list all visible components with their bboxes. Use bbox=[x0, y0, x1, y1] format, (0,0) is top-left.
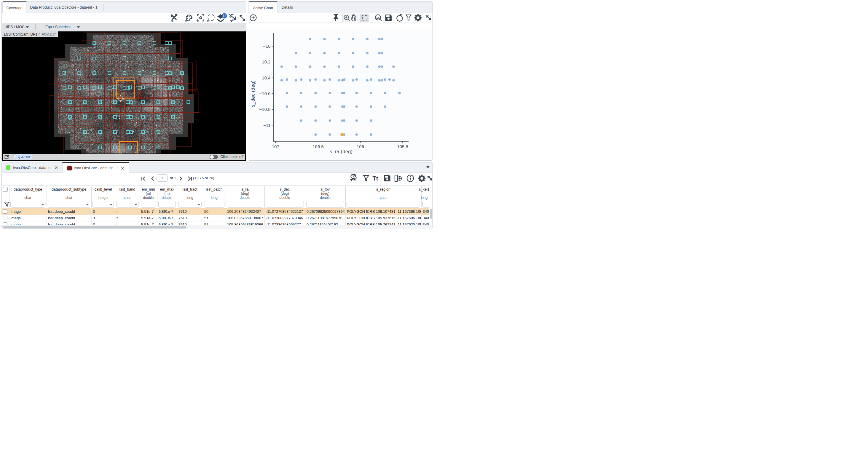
svg-text:−10.4: −10.4 bbox=[259, 75, 271, 80]
svg-text:107: 107 bbox=[272, 144, 279, 149]
svg-text:12: 12 bbox=[223, 14, 226, 18]
svg-text:105.5: 105.5 bbox=[397, 144, 408, 149]
svg-text:106: 106 bbox=[356, 144, 364, 149]
svg-text:−10.6: −10.6 bbox=[259, 91, 271, 96]
svg-text:1X: 1X bbox=[376, 16, 380, 19]
svg-text:s_dec (deg): s_dec (deg) bbox=[250, 80, 256, 107]
svg-text:−11: −11 bbox=[263, 123, 270, 128]
svg-text:s_ra (deg): s_ra (deg) bbox=[330, 149, 352, 154]
svg-text:−10: −10 bbox=[263, 43, 270, 49]
svg-text:106.5: 106.5 bbox=[312, 144, 324, 149]
svg-text:Tt: Tt bbox=[373, 175, 378, 182]
svg-text:−10.2: −10.2 bbox=[259, 59, 271, 64]
svg-text:−10.8: −10.8 bbox=[259, 107, 271, 112]
